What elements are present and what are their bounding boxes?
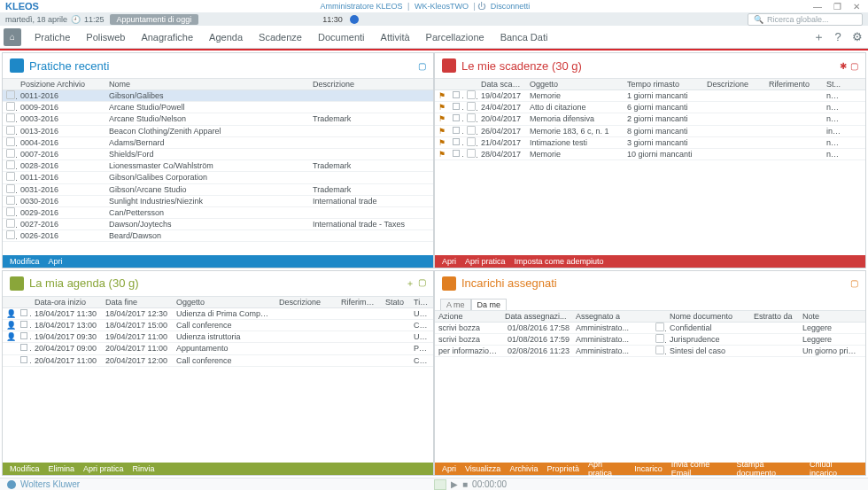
table-row[interactable]: 0029-2016Can/Pettersson	[3, 207, 433, 219]
table-row[interactable]: 20/04/2017 11:0020/04/2017 12:00Call con…	[3, 355, 433, 367]
rec-stop-icon[interactable]: ■	[462, 479, 468, 489]
ws-link[interactable]: WK-KleosTWO	[415, 2, 469, 11]
col-descr[interactable]: Descrizione	[275, 298, 337, 307]
home-button[interactable]: ⌂	[4, 28, 21, 46]
col-end[interactable]: Data fine	[102, 298, 173, 307]
action-archivia[interactable]: Archivia	[509, 464, 538, 473]
table-row[interactable]: 0028-2016Lionessmaster Co/WahlströmTrade…	[3, 160, 433, 172]
gear-icon[interactable]: ⚙	[850, 30, 864, 43]
panel-expand-icon[interactable]: ▢	[418, 61, 426, 71]
col-descr[interactable]: Descrizione	[309, 80, 433, 89]
table-row[interactable]: ⚑19/04/2017Memorie1 giorni mancantino...	[435, 90, 865, 102]
action-elimina[interactable]: Elimina	[49, 464, 75, 473]
table-row[interactable]: ⚑21/04/2017Intimazione testi3 giorni man…	[435, 137, 865, 149]
col-rif[interactable]: Riferimento	[337, 298, 382, 307]
table-row[interactable]: 0009-2016Arcane Studio/Powell	[3, 102, 433, 113]
table-row[interactable]: scrivi bozza01/08/2016 17:59Amministrato…	[435, 334, 865, 346]
checkbox[interactable]	[453, 103, 460, 110]
blue-dot-icon[interactable]	[350, 15, 359, 24]
table-row[interactable]: 👤18/04/2017 13:0018/04/2017 15:00Call co…	[3, 320, 433, 331]
action-chiudi-incarico[interactable]: Chiudi incarico	[810, 460, 858, 478]
table-row[interactable]: 0027-2016Dawson/JoytechsInternational tr…	[3, 219, 433, 230]
checkbox[interactable]	[453, 150, 460, 157]
checkbox[interactable]	[20, 356, 27, 363]
table-row[interactable]: ⚑28/04/2017Memorie10 giorni mancantino..…	[435, 149, 865, 160]
col-archivio[interactable]: Posizione Archivio	[17, 80, 105, 89]
col-azione[interactable]: Azione	[435, 312, 501, 321]
checkbox[interactable]	[453, 138, 460, 145]
action-apri[interactable]: Apri	[49, 257, 63, 266]
action-apri-pratica[interactable]: Apri pratica	[465, 257, 506, 266]
checkbox[interactable]	[453, 91, 460, 98]
col-doc[interactable]: Nome documento	[666, 312, 750, 321]
help-icon[interactable]: ?	[831, 30, 845, 43]
table-row[interactable]: ⚑26/04/2017Memorie 183, 6 c, n. 18 giorn…	[435, 126, 865, 137]
col-tipo[interactable]: Tip...	[410, 298, 433, 307]
table-row[interactable]: 👤18/04/2017 11:3018/04/2017 12:30Udienza…	[3, 308, 433, 320]
action-apri-pratica[interactable]: Apri pratica	[83, 464, 124, 473]
window-minimize-icon[interactable]: —	[811, 2, 824, 12]
table-row[interactable]: 0003-2016Arcane Studio/NelsonTrademark	[3, 113, 433, 125]
action-rinvia[interactable]: Rinvia	[133, 464, 155, 473]
action-incarico[interactable]: Incarico	[634, 464, 663, 473]
checkbox[interactable]	[20, 321, 27, 328]
panel-expand-icon[interactable]: ▢	[850, 61, 858, 71]
add-icon[interactable]: ＋	[811, 29, 825, 45]
global-search[interactable]: 🔍Ricerca globale...	[748, 13, 863, 26]
col-data[interactable]: Data scad...	[477, 80, 526, 89]
table-row[interactable]: 0030-2016Sunlight Industries/NiezinkInte…	[3, 196, 433, 207]
table-row[interactable]: 0031-2016Gibson/Arcane StudioTrademark	[3, 184, 433, 196]
tab-a-me[interactable]: A me	[440, 299, 471, 310]
table-row[interactable]: 0011-2016Gibson/Galibes	[3, 90, 433, 102]
action-visualizza[interactable]: Visualizza	[465, 464, 500, 473]
checkbox[interactable]	[453, 114, 460, 121]
admin-link[interactable]: Amministratore KLEOS	[321, 2, 403, 11]
rec-start-icon[interactable]	[434, 479, 446, 490]
checkbox[interactable]	[20, 332, 27, 339]
menu-scadenze[interactable]: Scadenze	[251, 32, 310, 43]
action-modifica[interactable]: Modifica	[10, 464, 40, 473]
col-assegn[interactable]: Assegnato a	[572, 312, 652, 321]
col-tempo[interactable]: Tempo rimasto	[624, 80, 703, 89]
menu-parcellazione[interactable]: Parcellazione	[418, 32, 492, 43]
col-oggetto[interactable]: Oggetto	[526, 80, 624, 89]
menu-pratiche[interactable]: Pratiche	[27, 32, 78, 43]
col-rif[interactable]: Riferimento	[765, 80, 823, 89]
menu-documenti[interactable]: Documenti	[310, 32, 373, 43]
table-row[interactable]: per informazione02/08/2016 11:23Amminist…	[435, 346, 865, 357]
col-nome[interactable]: Nome	[105, 80, 309, 89]
window-close-icon[interactable]: ✕	[850, 2, 863, 12]
action-modifica[interactable]: Modifica	[10, 257, 40, 266]
appointments-pill[interactable]: Appuntamenti di oggi	[110, 14, 199, 25]
action-proprietà[interactable]: Proprietà	[546, 464, 579, 473]
table-row[interactable]: 0026-2016Beard/Dawson	[3, 230, 433, 242]
panel-expand-icon[interactable]: ▢	[418, 277, 426, 290]
tab-da-me[interactable]: Da me	[471, 299, 508, 310]
col-data[interactable]: Data assegnazi...	[501, 312, 572, 321]
panel-gear-icon[interactable]: ✱	[840, 61, 847, 71]
col-estr[interactable]: Estratto da	[750, 312, 799, 321]
table-row[interactable]: 0011-2016Gibson/Galibes Corporation	[3, 172, 433, 183]
table-row[interactable]: ⚑20/04/2017Memoria difensiva2 giorni man…	[435, 113, 865, 125]
checkbox[interactable]	[20, 309, 27, 316]
action-invia-come-email[interactable]: Invia come Email	[671, 460, 728, 478]
action-apri[interactable]: Apri	[442, 464, 456, 473]
action-apri[interactable]: Apri	[442, 257, 456, 266]
menu-agenda[interactable]: Agenda	[201, 32, 251, 43]
col-start[interactable]: Data-ora inizio	[31, 298, 102, 307]
col-stato[interactable]: Stato	[382, 298, 410, 307]
menu-attività[interactable]: Attività	[373, 32, 418, 43]
disconnect-link[interactable]: Disconnetti	[491, 2, 531, 11]
action-stampa-documento[interactable]: Stampa documento	[737, 460, 802, 478]
col-oggetto[interactable]: Oggetto	[173, 298, 275, 307]
checkbox[interactable]	[453, 127, 460, 134]
panel-add-icon[interactable]: ＋	[406, 277, 415, 290]
checkbox[interactable]	[20, 344, 27, 351]
col-descr[interactable]: Descrizione	[703, 80, 765, 89]
col-note[interactable]: Note	[799, 312, 865, 321]
table-row[interactable]: 0013-2016Beacon Clothing/Zenith Apparel	[3, 126, 433, 137]
action-apri-pratica[interactable]: Apri pratica	[588, 460, 625, 478]
table-row[interactable]: scrivi bozza01/08/2016 17:58Amministrato…	[435, 323, 865, 334]
window-restore-icon[interactable]: ❐	[831, 2, 843, 12]
rec-play-icon[interactable]: ▶	[451, 479, 458, 489]
